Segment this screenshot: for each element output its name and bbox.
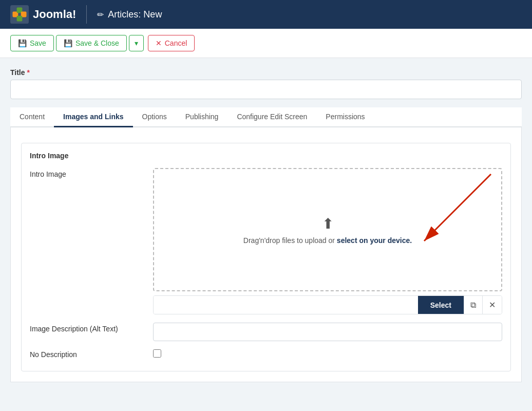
save-button-label: Save — [30, 39, 46, 47]
upload-icon: ⬆ — [322, 215, 334, 232]
drop-zone-content: ⬆ Drag'n'drop files to upload or select … — [243, 215, 412, 245]
title-section: Title * — [10, 68, 522, 99]
chevron-down-icon: ▾ — [135, 39, 138, 47]
save-button[interactable]: 💾 Save — [10, 35, 54, 51]
file-input-bar: Select ⧉ ✕ — [153, 295, 502, 314]
navbar-divider — [86, 5, 87, 24]
tab-publishing[interactable]: Publishing — [176, 107, 228, 127]
tab-configure-edit[interactable]: Configure Edit Screen — [227, 107, 316, 127]
tab-content[interactable]: Content — [10, 107, 54, 127]
drop-zone-text: Drag'n'drop files to upload or select on… — [243, 236, 412, 245]
save-close-label: Save & Close — [75, 39, 119, 47]
edit-icon: ✏ — [97, 10, 104, 20]
intro-image-section-title: Intro Image — [30, 152, 502, 160]
file-path-input[interactable] — [154, 296, 418, 314]
copy-icon: ⧉ — [470, 301, 476, 309]
main-content: Title * Content Images and Links Options… — [0, 58, 532, 393]
clear-icon: ✕ — [489, 301, 496, 309]
svg-line-6 — [424, 174, 491, 241]
no-description-row: No Description — [30, 349, 502, 359]
svg-rect-4 — [17, 16, 23, 22]
navbar: Joomla! ✏ Articles: New — [0, 0, 532, 29]
no-description-label: No Description — [30, 349, 143, 359]
save-icon: 💾 — [18, 39, 27, 47]
page-title: ✏ Articles: New — [97, 9, 162, 20]
title-input[interactable] — [10, 80, 522, 99]
tab-images-links[interactable]: Images and Links — [54, 107, 132, 127]
intro-image-field: ⬆ Drag'n'drop files to upload or select … — [153, 168, 502, 314]
clear-button[interactable]: ✕ — [482, 296, 502, 314]
required-marker: * — [27, 68, 29, 77]
intro-image-label: Intro Image — [30, 168, 143, 178]
joomla-icon — [10, 5, 29, 24]
toolbar: 💾 Save 💾 Save & Close ▾ ✕ Cancel — [0, 29, 532, 58]
joomla-logo[interactable]: Joomla! — [10, 5, 76, 24]
cancel-icon: ✕ — [156, 39, 162, 47]
alt-text-row: Image Description (Alt Text) — [30, 323, 502, 341]
tab-panel: Intro Image Intro Image — [10, 127, 522, 382]
save-close-button[interactable]: 💾 Save & Close — [56, 35, 127, 51]
cancel-label: Cancel — [165, 39, 187, 47]
tab-permissions[interactable]: Permissions — [316, 107, 374, 127]
drop-zone[interactable]: ⬆ Drag'n'drop files to upload or select … — [153, 168, 502, 291]
alt-text-label: Image Description (Alt Text) — [30, 323, 143, 333]
no-description-checkbox[interactable] — [153, 349, 161, 358]
alt-text-input[interactable] — [153, 323, 502, 341]
copy-button[interactable]: ⧉ — [464, 296, 482, 314]
select-button[interactable]: Select — [418, 296, 464, 314]
alt-text-field — [153, 323, 502, 341]
articles-new-title: Articles: New — [108, 9, 162, 20]
select-on-device-link[interactable]: select on your device. — [337, 236, 412, 245]
save-close-icon: 💾 — [64, 39, 72, 47]
cancel-button[interactable]: ✕ Cancel — [148, 35, 195, 51]
dropdown-button[interactable]: ▾ — [129, 35, 144, 51]
intro-image-section: Intro Image Intro Image — [21, 143, 511, 371]
intro-image-row: Intro Image ⬆ — [30, 168, 502, 314]
title-label: Title * — [10, 68, 522, 77]
joomla-logo-text: Joomla! — [33, 8, 76, 21]
tabs-bar: Content Images and Links Options Publish… — [10, 107, 522, 127]
tab-options[interactable]: Options — [133, 107, 176, 127]
